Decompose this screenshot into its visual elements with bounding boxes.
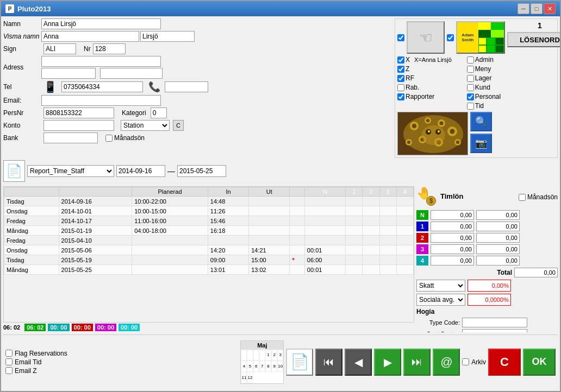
cost-centre-input[interactable] (462, 329, 527, 332)
addr-input2[interactable] (41, 68, 96, 79)
pointer-button[interactable]: ☞ (407, 21, 445, 54)
wage-n-input2[interactable] (476, 210, 520, 220)
email-button[interactable]: @ (433, 349, 460, 376)
rab-check-label[interactable]: Rab. (397, 84, 452, 91)
email-tid-check[interactable]: Email Tid (5, 358, 238, 366)
wage-2-input2[interactable] (476, 233, 520, 243)
wage-4-input2[interactable] (476, 256, 520, 265)
arkiv-check[interactable]: Arkiv (462, 358, 486, 366)
wage-2-input1[interactable] (431, 233, 474, 243)
type-code-input[interactable] (462, 318, 527, 327)
prev-button[interactable]: ◀ (345, 349, 372, 376)
main-content: Namn Visma namn Sign Nr (1, 16, 560, 391)
type-code-row: Type Code: (416, 318, 558, 327)
flag-reservations-checkbox[interactable] (5, 350, 13, 357)
ok-button[interactable]: OK (523, 349, 556, 376)
close-button[interactable]: ✕ (544, 3, 556, 14)
icon-checkbox1[interactable] (397, 34, 404, 41)
wage-3-input1[interactable] (431, 244, 474, 254)
visma-first-input[interactable] (41, 31, 139, 42)
z-checkbox[interactable] (397, 66, 404, 73)
bank-input[interactable] (43, 132, 98, 143)
visma-last-input[interactable] (140, 31, 195, 42)
tax-dropdown[interactable]: Skatt (416, 280, 465, 292)
manadslön-checkbox[interactable] (105, 135, 113, 142)
cancel-button[interactable]: C (488, 349, 521, 376)
manadslön-check[interactable]: Månadsön (105, 134, 145, 142)
x-check-label[interactable]: X (397, 56, 410, 64)
report-dropdown[interactable]: Report_Time_Staff (27, 165, 114, 177)
fax-input[interactable] (165, 81, 208, 92)
email-z-check[interactable]: Email Z (5, 367, 238, 375)
minimize-button[interactable]: ─ (518, 3, 529, 14)
kund-checkbox[interactable] (467, 84, 474, 91)
manadslön-checkbox2[interactable] (519, 194, 526, 201)
manadslön-check2[interactable]: Månadsön (519, 193, 558, 201)
admin-check[interactable]: Admin (467, 56, 501, 64)
personal-checkbox[interactable] (467, 93, 474, 100)
pw-button[interactable]: LÖSENORD (507, 32, 560, 47)
sign-input[interactable] (43, 43, 76, 54)
search-photo-button[interactable]: 🔍 (470, 112, 492, 131)
maximize-button[interactable]: □ (531, 3, 543, 14)
rapporter-check-label[interactable]: Rapporter (397, 93, 452, 100)
meny-check[interactable]: Meny (467, 65, 501, 73)
arkiv-checkbox[interactable] (462, 358, 469, 365)
doc-button[interactable]: 📄 (286, 349, 313, 376)
total-4-value: 00: 00 (119, 324, 140, 331)
namn-input[interactable] (41, 18, 161, 29)
tid-check[interactable]: Tid (467, 102, 501, 110)
total-1-value: 00: 00 (48, 324, 69, 331)
rapporter-checkbox[interactable] (397, 93, 404, 100)
persnr-input[interactable] (43, 108, 114, 118)
lager-checkbox[interactable] (467, 75, 474, 82)
wage-n-input1[interactable] (431, 210, 474, 220)
date-from-input[interactable] (116, 165, 165, 177)
wage-1-input1[interactable] (431, 222, 474, 231)
wage-1-input2[interactable] (476, 222, 520, 231)
nav-buttons: ⏮ ◀ ▶ ⏭ @ (315, 349, 460, 376)
email-tid-checkbox[interactable] (5, 358, 13, 365)
station-dropdown[interactable]: Station (121, 120, 170, 131)
date-to-input[interactable] (177, 165, 226, 177)
tel-input[interactable] (61, 81, 143, 92)
book-button[interactable]: Adam Smith (456, 21, 505, 54)
personal-check[interactable]: Personal (467, 93, 501, 100)
admin-checkbox[interactable] (467, 56, 474, 64)
next-button[interactable]: ▶ (374, 349, 401, 376)
name-fields (41, 31, 195, 42)
type-code-label: Type Code: (416, 319, 460, 326)
wage-row-4: 4 (416, 256, 558, 265)
rab-checkbox[interactable] (397, 84, 404, 91)
email-z-checkbox[interactable] (5, 367, 13, 374)
c-small-button[interactable]: C (173, 120, 184, 131)
table-cell: Tisdag (4, 255, 59, 265)
sociala-dropdown[interactable]: Sociala avg. (416, 294, 465, 306)
wage-4-input1[interactable] (431, 256, 474, 265)
rf-checkbox[interactable] (397, 75, 404, 82)
icon-checkbox2[interactable] (447, 34, 454, 41)
kategori-input[interactable] (151, 108, 167, 118)
sign-row: Sign Nr (3, 43, 392, 54)
email-input[interactable] (41, 95, 161, 106)
leopard-svg (398, 112, 468, 155)
address-inputs (41, 56, 163, 79)
first-button[interactable]: ⏮ (315, 349, 342, 376)
wage-3-input2[interactable] (476, 244, 520, 254)
konto-input[interactable] (43, 120, 114, 131)
addr-input3[interactable] (100, 68, 163, 79)
cal-cell: 4 (241, 361, 247, 372)
tid-checkbox[interactable] (467, 103, 474, 110)
meny-checkbox[interactable] (467, 66, 474, 73)
flag-reservations-check[interactable]: Flag Reservations (5, 350, 238, 357)
last-button[interactable]: ⏭ (403, 349, 431, 376)
kund-check[interactable]: Kund (467, 84, 501, 91)
table-cell (249, 206, 290, 216)
z-check-label[interactable]: Z (397, 65, 452, 73)
x-checkbox[interactable] (397, 56, 404, 64)
camera-button[interactable]: 📷 (470, 134, 492, 153)
rf-check-label[interactable]: RF (397, 74, 452, 82)
addr-input1[interactable] (41, 56, 161, 67)
nr-input[interactable] (93, 43, 126, 54)
lager-check[interactable]: Lager (467, 74, 501, 82)
